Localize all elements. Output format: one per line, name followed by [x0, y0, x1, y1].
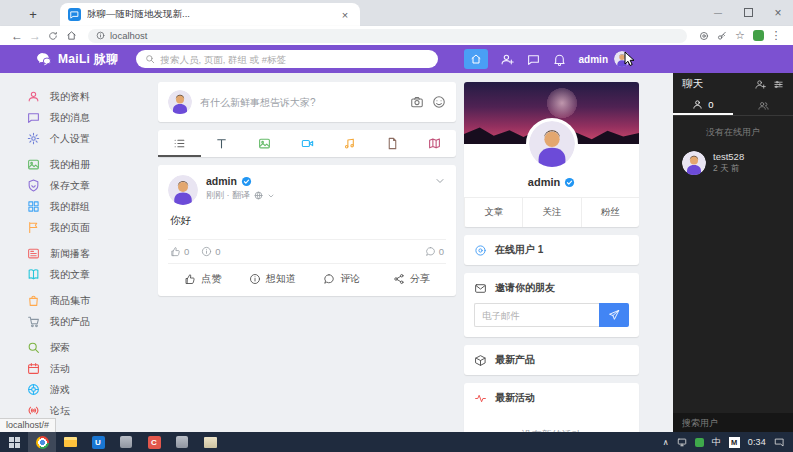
sidebar-item[interactable]: 探索	[27, 337, 154, 358]
latest-products-widget[interactable]: 最新产品	[464, 345, 639, 375]
u-taskbar-app[interactable]	[84, 432, 112, 452]
comment-button[interactable]: 评论	[307, 272, 377, 286]
tab-close-icon[interactable]	[338, 9, 352, 21]
browser-home-button[interactable]	[62, 30, 80, 41]
nav-home-button[interactable]	[464, 49, 488, 69]
profile-name[interactable]: admin	[528, 176, 560, 188]
feed-filter-tab[interactable]	[328, 130, 371, 157]
post-options-button[interactable]	[434, 175, 446, 187]
beige-taskbar-app[interactable]	[196, 432, 224, 452]
global-search[interactable]	[136, 50, 438, 68]
post-author-avatar[interactable]	[168, 175, 198, 205]
extension-icon[interactable]	[749, 30, 767, 41]
sidebar-item[interactable]: 个人设置	[27, 128, 154, 149]
like-count[interactable]: 0	[170, 246, 189, 257]
start-button[interactable]	[0, 432, 28, 452]
gray2-taskbar-app[interactable]	[168, 432, 196, 452]
profile-tab[interactable]: 文章	[464, 198, 522, 227]
nav-messages-button[interactable]	[527, 53, 540, 66]
feed-column: admin 刚刚 · 翻译 你好 0 0 0 点赞 想知道 评论 分享	[158, 73, 456, 304]
browser-menu-icon[interactable]	[767, 29, 785, 42]
reload-button[interactable]	[44, 31, 62, 41]
like-button[interactable]: 点赞	[168, 272, 238, 286]
sidebar-item[interactable]: 商品集市	[27, 290, 154, 311]
sidebar-item[interactable]: 我的页面	[27, 217, 154, 238]
online-users-label: 在线用户 1	[495, 243, 543, 257]
invite-email-input[interactable]	[474, 303, 599, 327]
c-taskbar-app[interactable]	[140, 432, 168, 452]
chat-tab-contacts[interactable]: 0	[673, 95, 733, 115]
search-icon	[145, 54, 155, 64]
sidebar-item[interactable]: 保存文章	[27, 175, 154, 196]
feed-filter-tab[interactable]	[286, 130, 329, 157]
nav-notifications-button[interactable]	[553, 53, 566, 66]
browser-tab[interactable]: 脉聊—随时随地发现新...	[60, 3, 360, 26]
sidebar-item[interactable]: 活动	[27, 358, 154, 379]
window-close-button[interactable]	[763, 0, 793, 25]
composer-camera-button[interactable]	[410, 95, 424, 109]
windows-taskbar: 中 M 0:34	[0, 432, 793, 452]
feed-filter-tab[interactable]	[243, 130, 286, 157]
feed-filter-tab[interactable]	[158, 130, 201, 157]
sidebar-item[interactable]: 我的资料	[27, 86, 154, 107]
window-restore-button[interactable]	[733, 0, 763, 25]
sidebar-item[interactable]: 我的产品	[27, 311, 154, 332]
chat-search-input[interactable]	[682, 418, 784, 428]
profile-tab[interactable]: 粉丝	[581, 198, 639, 227]
ime-indicator[interactable]: 中	[712, 436, 721, 449]
comment-count[interactable]: 0	[425, 246, 444, 257]
sidebar-item[interactable]: 游戏	[27, 379, 154, 400]
tray-m-icon[interactable]: M	[729, 437, 740, 448]
sliders-icon[interactable]	[773, 79, 784, 90]
tray-expand-icon[interactable]	[663, 437, 669, 447]
chrome-taskbar-app[interactable]	[28, 432, 56, 452]
online-users-widget[interactable]: 在线用户 1	[464, 235, 639, 265]
tray-app-icon[interactable]	[695, 438, 704, 447]
forward-button[interactable]	[26, 29, 44, 43]
person-add-icon[interactable]	[755, 79, 766, 90]
composer-sticker-button[interactable]	[432, 95, 446, 109]
sidebar: 我的资料 我的消息 个人设置 我的相册 保存文章 我的群组 我的页面	[0, 73, 154, 432]
wonder-count[interactable]: 0	[201, 246, 220, 257]
like-icon	[184, 273, 196, 285]
book-icon	[27, 268, 40, 281]
gray-taskbar-app[interactable]	[112, 432, 140, 452]
nav-user-menu[interactable]: admin	[579, 51, 630, 67]
bookmark-star-icon[interactable]	[731, 29, 749, 42]
post-author-name[interactable]: admin	[206, 175, 237, 187]
chat-tab-groups[interactable]	[733, 95, 793, 115]
back-button[interactable]	[8, 29, 26, 43]
address-bar[interactable]: localhost	[88, 29, 687, 43]
sidebar-item[interactable]: 新闻播客	[27, 243, 154, 264]
feed-filter-tab[interactable]	[371, 130, 414, 157]
chat-user-name: test528	[713, 151, 744, 162]
network-monitor-icon[interactable]	[677, 437, 687, 447]
nav-friend-requests-button[interactable]	[501, 53, 514, 66]
chat-user-row[interactable]: test528 2 天 前	[673, 145, 793, 181]
password-key-icon[interactable]	[713, 31, 731, 41]
feed-filter-tab[interactable]	[201, 130, 244, 157]
wonder-button[interactable]: 想知道	[238, 272, 308, 286]
notification-center-icon[interactable]	[774, 437, 784, 447]
sidebar-item[interactable]: 我的相册	[27, 154, 154, 175]
explorer-taskbar-app[interactable]	[56, 432, 84, 452]
new-tab-button[interactable]	[22, 3, 44, 25]
caret-down-icon[interactable]	[267, 192, 275, 200]
reader-mode-icon[interactable]	[695, 31, 713, 41]
site-logo[interactable]: MaiLi 脉聊	[36, 51, 118, 68]
flag-icon	[27, 221, 40, 234]
profile-avatar[interactable]	[526, 118, 578, 170]
share-button[interactable]: 分享	[377, 272, 447, 286]
feed-filter-tab[interactable]	[413, 130, 456, 157]
sidebar-item[interactable]: 我的消息	[27, 107, 154, 128]
invite-send-button[interactable]	[599, 303, 629, 327]
global-search-input[interactable]	[160, 54, 429, 65]
clock[interactable]: 0:34	[748, 437, 766, 447]
composer-input[interactable]	[200, 97, 402, 108]
post-meta[interactable]: 刚刚 · 翻译	[206, 189, 250, 202]
sidebar-item[interactable]: 我的文章	[27, 264, 154, 285]
window-minimize-button[interactable]	[703, 0, 733, 25]
profile-tab[interactable]: 关注	[522, 198, 580, 227]
sidebar-item[interactable]: 我的群组	[27, 196, 154, 217]
page-info-icon[interactable]	[96, 31, 105, 40]
